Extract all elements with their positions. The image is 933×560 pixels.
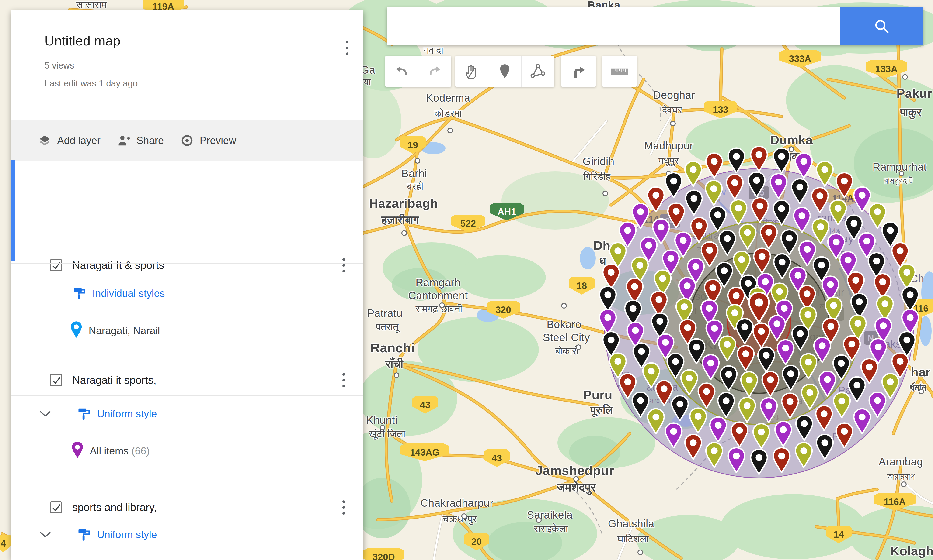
map-pin-red[interactable] [730, 422, 749, 448]
map-pin-red[interactable] [761, 371, 780, 397]
map-pin-olive[interactable] [684, 160, 703, 187]
add-layer-button[interactable]: Add layer [38, 134, 100, 147]
map-pin-olive[interactable] [752, 423, 771, 449]
map-place-label: Khunti [366, 414, 397, 426]
map-pin-olive[interactable] [729, 199, 748, 225]
map-pin-red[interactable] [772, 447, 791, 473]
map-pin-olive[interactable] [689, 407, 708, 434]
map-menu-button[interactable] [340, 35, 354, 61]
measure-ruler-button[interactable] [602, 56, 637, 87]
map-pin-red[interactable] [684, 434, 703, 460]
map-pin-black[interactable] [598, 286, 617, 312]
layer3-menu-button[interactable] [336, 494, 350, 520]
add-directions-button[interactable] [561, 56, 596, 87]
map-pin-black[interactable] [772, 147, 791, 173]
map-pin-red[interactable] [705, 152, 724, 178]
layer1-name[interactable]: Naragati It & sports [72, 259, 164, 271]
map-pin-olive[interactable] [740, 371, 759, 397]
layer1-visibility-checkbox[interactable] [50, 259, 62, 271]
redo-button[interactable] [418, 56, 451, 87]
layer2-item-label[interactable]: All items (66) [90, 445, 150, 457]
chevron-down-icon[interactable] [39, 411, 51, 417]
map-pin-black[interactable] [747, 171, 766, 197]
map-pin-red[interactable] [810, 187, 830, 213]
share-button[interactable]: Share [117, 134, 164, 148]
map-pin-purple[interactable] [774, 421, 793, 447]
map-pin-olive[interactable] [815, 160, 834, 187]
search-input[interactable] [387, 7, 840, 45]
map-pin-red[interactable] [753, 248, 772, 274]
map-pin-olive[interactable] [799, 353, 818, 379]
map-pin-olive[interactable] [718, 335, 737, 362]
layer3-visibility-checkbox[interactable] [50, 501, 62, 513]
map-pin-olive[interactable] [794, 442, 813, 468]
map-place-label: Steel City [543, 331, 590, 344]
map-pin-black[interactable] [815, 434, 834, 460]
map-pin-olive[interactable] [705, 442, 724, 468]
pan-hand-button[interactable] [455, 56, 488, 87]
map-pin-purple[interactable] [727, 447, 746, 473]
map-pin-black[interactable] [780, 229, 799, 255]
map-pin-olive[interactable] [738, 223, 757, 249]
paint-roller-icon [77, 407, 91, 421]
layer1-menu-button[interactable] [336, 252, 350, 278]
map-pin-red[interactable] [750, 197, 770, 223]
preview-button[interactable]: Preview [180, 134, 236, 148]
draw-line-button[interactable] [521, 56, 554, 87]
layer1-item-label[interactable]: Naragati, Narail [89, 325, 160, 337]
map-pin-purple[interactable] [769, 173, 788, 199]
map-place-label: गिरिडीह [583, 171, 611, 182]
map-pin-red[interactable] [814, 405, 834, 431]
map-pin-black[interactable] [684, 189, 703, 215]
map-pin-black[interactable] [670, 395, 689, 421]
map-pin-black[interactable] [719, 365, 738, 391]
chevron-down-icon[interactable] [39, 531, 51, 538]
redo-icon [426, 63, 443, 80]
search-button[interactable] [840, 7, 923, 45]
map-pin-black[interactable] [727, 147, 746, 173]
map-pin-black[interactable] [781, 365, 800, 391]
map-pin-black[interactable] [757, 346, 776, 372]
map-pin-black[interactable] [795, 415, 814, 441]
map-title[interactable]: Untitled map [45, 33, 363, 48]
map-pin-purple[interactable] [776, 339, 795, 365]
map-pin-black[interactable] [708, 206, 727, 232]
map-pin-black[interactable] [749, 449, 768, 475]
map-pin-olive[interactable] [832, 392, 851, 418]
map-pin-red[interactable] [725, 174, 744, 200]
map-pin-purple[interactable] [701, 354, 720, 380]
undo-button[interactable] [386, 56, 418, 87]
map-pin-olive[interactable] [646, 408, 665, 434]
layer2-visibility-checkbox[interactable] [50, 374, 62, 386]
map-pin-olive[interactable] [704, 180, 723, 206]
map-pin-olive[interactable] [737, 397, 757, 423]
add-marker-button[interactable] [488, 56, 521, 87]
map-pin-red[interactable] [835, 422, 854, 448]
map-pin-red[interactable] [835, 172, 854, 198]
layer2-menu-button[interactable] [336, 367, 350, 393]
map-pin-purple[interactable] [853, 408, 872, 434]
layers-panel: Untitled map 5 views Last edit was 1 day… [11, 11, 363, 560]
layer3-name[interactable]: sports and library, [72, 501, 157, 514]
map-pin-olive[interactable] [732, 251, 751, 277]
map-pin-red[interactable] [759, 223, 778, 249]
map-pin-red[interactable] [736, 345, 755, 371]
layer3-style-link[interactable]: Uniform style [97, 529, 157, 540]
map-pin-black[interactable] [790, 178, 810, 204]
map-pin-purple[interactable] [709, 416, 728, 442]
layer2-name[interactable]: Naragati it sports, [72, 374, 156, 386]
map-pin-purple[interactable] [664, 422, 683, 448]
map-pin-black[interactable] [772, 200, 791, 226]
map-pin-black[interactable] [717, 392, 736, 418]
map-pin-black[interactable] [901, 286, 920, 312]
map-pin-red[interactable] [749, 146, 768, 172]
layer2-style-link[interactable]: Uniform style [97, 408, 157, 420]
map-pin-black[interactable] [664, 172, 683, 198]
map-pin-red[interactable] [752, 322, 771, 348]
map-pin-olive[interactable] [680, 369, 699, 395]
map-pin-black[interactable] [735, 318, 754, 344]
map-pin-purple[interactable] [759, 397, 778, 423]
map-pin-purple[interactable] [794, 152, 813, 178]
map-pin-red[interactable] [697, 382, 716, 409]
layer1-style-link[interactable]: Individual styles [93, 288, 165, 299]
